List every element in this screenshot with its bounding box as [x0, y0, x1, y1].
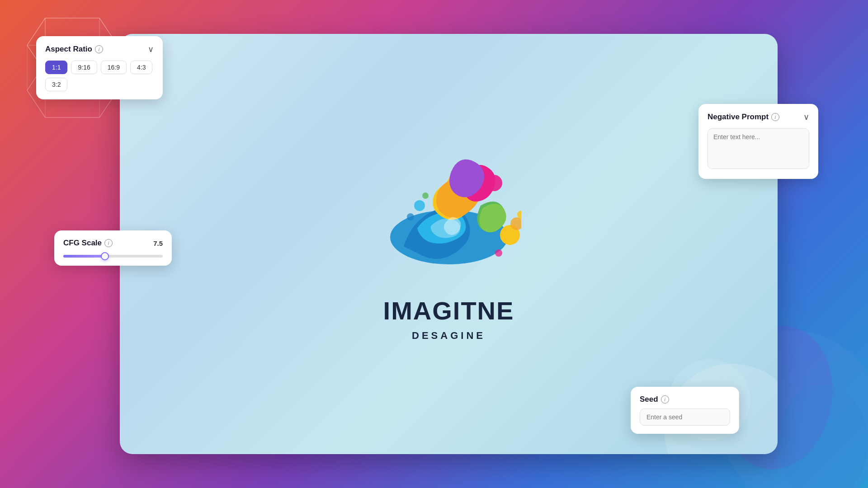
negative-prompt-label: Negative Prompt: [708, 113, 769, 122]
cfg-info-icon[interactable]: i: [104, 239, 113, 247]
svg-point-33: [414, 200, 425, 211]
negative-prompt-header: Negative Prompt i ∨: [708, 112, 809, 122]
negative-prompt-title: Negative Prompt i: [708, 113, 779, 122]
logo-image: [377, 147, 521, 291]
negative-prompt-info-icon[interactable]: i: [771, 113, 779, 121]
negative-prompt-chevron[interactable]: ∨: [803, 112, 809, 122]
cfg-label: CFG Scale: [63, 239, 102, 248]
aspect-ratio-label: Aspect Ratio: [45, 45, 92, 54]
svg-point-30: [486, 175, 502, 191]
logo-subtitle: DESAGINE: [412, 330, 486, 342]
cfg-header: CFG Scale i 7.5: [63, 239, 163, 248]
ratio-button-16-9[interactable]: 16:9: [101, 61, 127, 74]
logo-area: IMAGITNE DESAGINE: [377, 147, 521, 342]
negative-prompt-textarea[interactable]: [708, 128, 809, 169]
cfg-value: 7.5: [153, 239, 163, 247]
svg-point-35: [422, 192, 429, 199]
ratio-buttons-group: 1:1 9:16 16:9 4:3 3:2: [45, 61, 154, 91]
cfg-slider-thumb[interactable]: [101, 252, 109, 260]
aspect-ratio-chevron[interactable]: ∨: [148, 44, 154, 54]
ratio-button-3-2[interactable]: 3:2: [45, 78, 67, 91]
logo-title: IMAGITNE: [383, 296, 514, 325]
seed-panel: Seed i: [631, 387, 739, 434]
cfg-title: CFG Scale i: [63, 239, 113, 248]
seed-input[interactable]: [640, 408, 730, 426]
seed-label: Seed: [640, 395, 658, 404]
seed-info-icon[interactable]: i: [661, 395, 669, 404]
aspect-ratio-info-icon[interactable]: i: [95, 45, 103, 53]
cfg-slider-track[interactable]: [63, 255, 163, 258]
ratio-button-9-16[interactable]: 9:16: [71, 61, 97, 74]
ratio-button-1-1[interactable]: 1:1: [45, 61, 67, 74]
svg-point-34: [407, 213, 414, 221]
aspect-ratio-title: Aspect Ratio i: [45, 45, 103, 54]
cfg-slider-fill: [63, 255, 105, 258]
seed-title: Seed i: [640, 395, 730, 404]
cfg-scale-panel: CFG Scale i 7.5: [54, 230, 172, 266]
aspect-ratio-panel: Aspect Ratio i ∨ 1:1 9:16 16:9 4:3 3:2: [36, 36, 163, 99]
aspect-ratio-header: Aspect Ratio i ∨: [45, 44, 154, 54]
ratio-button-4-3[interactable]: 4:3: [130, 61, 152, 74]
negative-prompt-panel: Negative Prompt i ∨: [698, 104, 818, 179]
svg-point-37: [495, 249, 502, 257]
